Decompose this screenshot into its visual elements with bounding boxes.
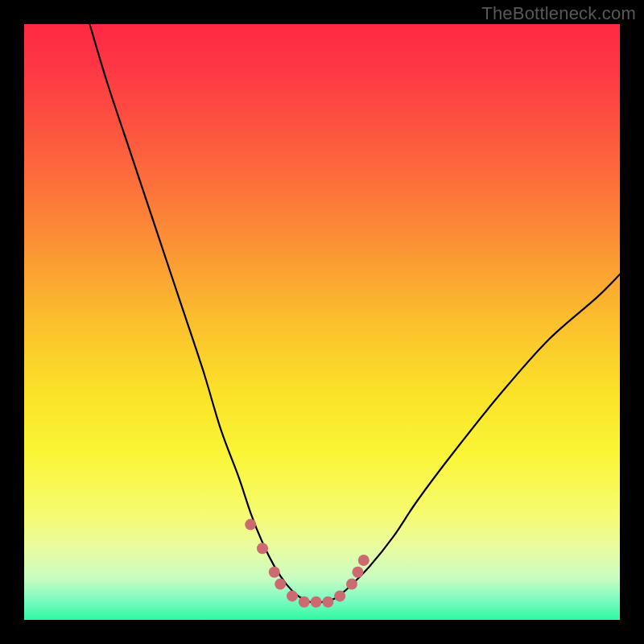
bottleneck-chart	[24, 24, 620, 620]
gradient-background	[24, 24, 620, 620]
highlight-marker	[311, 597, 322, 608]
highlight-marker	[245, 519, 256, 530]
highlight-marker	[257, 543, 268, 554]
highlight-marker	[322, 597, 333, 608]
highlight-marker	[269, 567, 280, 578]
highlight-marker	[299, 597, 310, 608]
highlight-marker	[352, 567, 363, 578]
highlight-marker	[346, 579, 357, 590]
highlight-marker	[358, 555, 369, 566]
highlight-marker	[334, 590, 345, 601]
watermark-text: TheBottleneck.com	[481, 3, 636, 24]
outer-frame: TheBottleneck.com	[0, 0, 644, 644]
highlight-marker	[275, 579, 286, 590]
highlight-marker	[287, 590, 298, 601]
